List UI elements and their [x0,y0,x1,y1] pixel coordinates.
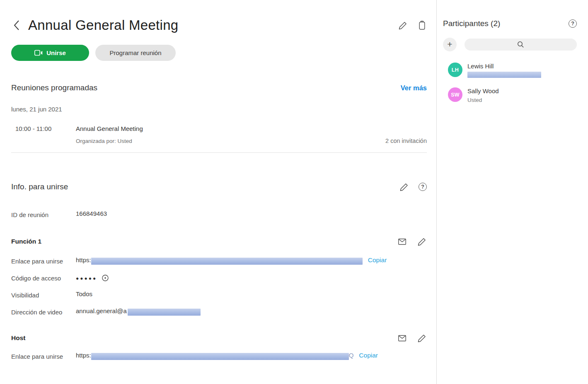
invited-count: 2 con invitación [385,138,427,144]
funcion1-link-row: Enlace para unirse https: Copiar [11,256,427,266]
host-header: Host [11,333,427,343]
video-camera-icon [34,50,43,56]
avatar: SW [448,87,462,102]
visibility-value: Todos [76,290,427,300]
scheduled-meetings-title: Reuniones programadas [11,83,97,92]
schedule-button-label: Programar reunión [109,49,161,56]
funcion1-title: Función 1 [11,238,41,245]
participants-panel: Participantes (2) ? + LH Lewis Hill [436,0,588,384]
eye-icon [101,274,109,282]
host-edit-button[interactable] [417,333,427,343]
app-window: Annual General Meeting [0,0,588,384]
meeting-time: 10:00 - 11:00 [11,125,76,144]
meeting-id-label: ID de reunión [11,210,76,220]
join-button-label: Unirse [46,49,66,56]
visibility-label: Visibilidad [11,290,76,300]
meeting-date: lunes, 21 jun 2021 [11,106,427,113]
see-more-link[interactable]: Ver más [401,84,427,92]
join-info-title: Info. para unirse [11,182,68,191]
back-button[interactable] [11,19,22,31]
pencil-icon [418,334,426,343]
host-link-label: Enlace para unirse [11,352,76,362]
avatar: LH [448,63,462,77]
redacted-video-address [128,309,201,316]
participant-name: Sally Wood [467,87,499,94]
participants-title: Participantes (2) [443,19,500,28]
participants-header: Participantes (2) ? [443,19,577,28]
scheduled-meetings-header: Reuniones programadas Ver más [11,83,427,92]
participants-list: LH Lewis Hill SW Sally Wood Usted [443,63,577,103]
schedule-meeting-button[interactable]: Programar reunión [95,45,176,61]
add-participant-button[interactable]: + [443,38,457,51]
access-code-label: Código de acceso [11,273,76,283]
host-link-row: Enlace para unirse https: Q Copiar [11,352,427,362]
funcion1-header: Función 1 [11,237,427,246]
access-code-masked: ●●●●● [76,273,97,283]
meeting-organizer: Organizada por: Usted [76,138,385,144]
participant-subtitle: Usted [467,97,499,103]
meeting-id-row: ID de reunión 166849463 [11,210,427,220]
section-divider [11,152,427,153]
trash-icon [418,21,426,30]
action-buttons: Unirse Programar reunión [11,45,427,61]
edit-meeting-button[interactable] [398,20,408,30]
page-header: Annual General Meeting [11,17,427,33]
chevron-left-icon [13,20,20,31]
participants-help-icon[interactable]: ? [569,19,577,28]
access-code-row: Código de acceso ●●●●● [11,273,427,283]
funcion1-edit-button[interactable] [417,237,427,246]
scheduled-meeting-row[interactable]: 10:00 - 11:00 Annual General Meeting Org… [11,125,427,144]
pencil-icon [418,237,426,246]
meeting-id-value: 166849463 [76,210,427,220]
envelope-icon [398,239,406,245]
redacted-participant-email [467,72,541,78]
join-link-label: Enlace para unirse [11,256,76,266]
join-button[interactable]: Unirse [11,45,89,61]
edit-join-info-button[interactable] [399,182,409,192]
envelope-icon [398,335,406,341]
participants-toolbar: + [443,38,577,51]
host-link-prefix: https: [76,352,91,359]
video-address-row: Dirección de video annual.general@a [11,307,427,317]
host-title: Host [11,334,25,342]
video-address-prefix: annual.general@a [76,307,127,314]
participant-name: Lewis Hill [467,63,541,70]
page-title: Annual General Meeting [28,17,179,33]
pencil-icon [399,21,407,30]
copy-host-link[interactable]: Copiar [359,352,378,359]
redacted-host-link [91,353,349,360]
host-link-suffix: Q [349,352,354,359]
pencil-icon [400,183,409,191]
join-info-header: Info. para unirse ? [11,182,427,192]
delete-meeting-button[interactable] [417,20,427,30]
video-address-label: Dirección de video [11,307,76,317]
visibility-row: Visibilidad Todos [11,290,427,300]
meeting-title: Annual General Meeting [76,125,385,132]
join-link-prefix: https: [76,256,91,263]
search-input[interactable] [465,39,577,51]
meeting-detail-main: Annual General Meeting [0,0,436,384]
reveal-code-button[interactable] [101,274,109,282]
redacted-join-link [91,258,363,265]
funcion1-email-button[interactable] [397,237,407,246]
join-info-help-icon[interactable]: ? [419,183,427,191]
participant-row[interactable]: SW Sally Wood Usted [443,87,577,103]
search-icon [517,41,524,48]
participant-row[interactable]: LH Lewis Hill [443,63,577,78]
host-email-button[interactable] [397,333,407,343]
copy-join-link[interactable]: Copiar [368,256,387,264]
